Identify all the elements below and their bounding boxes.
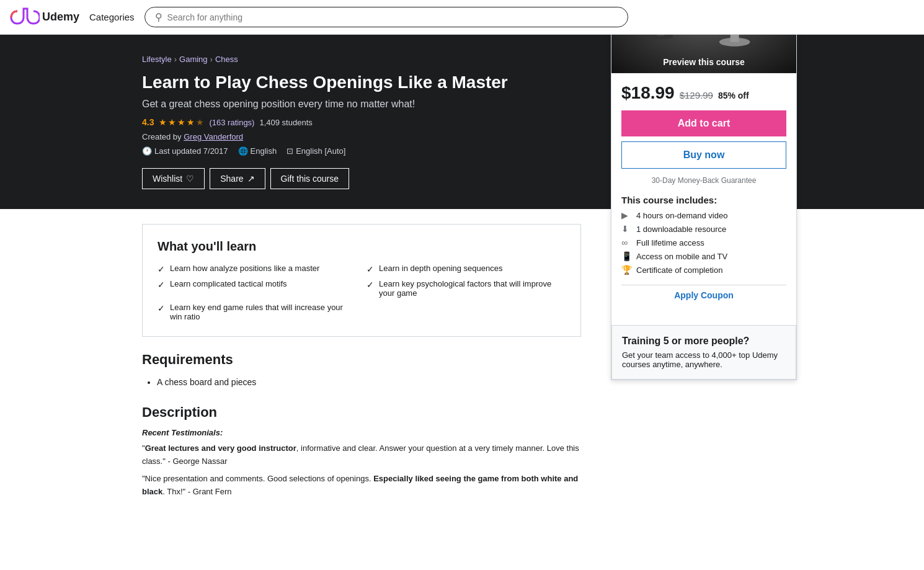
search-icon: ⚲ xyxy=(155,11,162,23)
price-row: $18.99 $129.99 85% off xyxy=(621,83,786,103)
navbar: Udemy Categories ⚲ xyxy=(0,0,924,35)
logo-text: Udemy xyxy=(42,11,79,24)
rating-row: 4.3 ★ ★ ★ ★ ★ (163 ratings) 1,409 studen… xyxy=(142,117,586,127)
certificate-icon: 🏆 xyxy=(621,265,631,275)
testimonial-1-bold: Great lectures and very good instructor xyxy=(145,443,296,453)
udemy-logo[interactable]: Udemy xyxy=(10,7,79,27)
learn-title: What you'll learn xyxy=(158,239,566,254)
check-icon-5: ✓ xyxy=(366,280,374,290)
star-4: ★ xyxy=(187,117,195,127)
breadcrumb-sep-2: › xyxy=(210,55,213,64)
check-icon-4: ✓ xyxy=(366,264,374,274)
preview-label: Preview this course xyxy=(663,57,745,67)
apply-coupon-button[interactable]: Apply Coupon xyxy=(621,285,786,305)
training-box: Training 5 or more people? Get your team… xyxy=(611,325,796,380)
check-icon-3: ✓ xyxy=(158,303,165,313)
learn-grid: ✓ Learn how analyze positions like a mas… xyxy=(158,264,566,321)
training-title: Training 5 or more people? xyxy=(622,336,786,347)
cc-icon: ⊡ xyxy=(287,146,293,156)
buy-now-button[interactable]: Buy now xyxy=(621,141,786,169)
search-bar: ⚲ xyxy=(144,7,628,27)
star-5-half: ★ xyxy=(196,117,204,127)
star-1: ★ xyxy=(159,117,167,127)
requirement-item-1: A chess board and pieces xyxy=(157,375,581,389)
discount-badge: 85% off xyxy=(718,91,749,100)
search-input[interactable] xyxy=(167,12,618,22)
action-buttons: Wishlist ♡ Share ↗ Gift this course xyxy=(142,168,586,189)
learn-item-5: ✓ Learn key psychological factors that w… xyxy=(366,279,566,298)
course-includes: This course includes: ▶ 4 hours on-deman… xyxy=(621,195,786,275)
testimonial-2: "Nice presentation and comments. Good se… xyxy=(142,473,581,499)
includes-mobile: 📱 Access on mobile and TV xyxy=(621,251,786,261)
student-count: 1,409 students xyxy=(259,118,312,127)
includes-download: ⬇ 1 downloadable resource xyxy=(621,224,786,234)
created-by: Created by Greg Vanderford xyxy=(142,132,586,141)
share-button[interactable]: Share ↗ xyxy=(210,168,265,189)
includes-lifetime: ∞ Full lifetime access xyxy=(621,238,786,247)
learn-box: What you'll learn ✓ Learn how analyze po… xyxy=(142,224,581,337)
testimonial-1: "Great lectures and very good instructor… xyxy=(142,442,581,468)
meta-row: 🕐 Last updated 7/2017 🌐 English ⊡ Englis… xyxy=(142,146,586,156)
breadcrumb: Lifestyle › Gaming › Chess xyxy=(142,55,586,64)
wishlist-label: Wishlist xyxy=(153,174,182,184)
check-icon-2: ✓ xyxy=(158,280,165,290)
stars: ★ ★ ★ ★ ★ xyxy=(159,117,204,127)
mobile-icon: 📱 xyxy=(621,251,631,261)
star-2: ★ xyxy=(168,117,176,127)
testimonial-2-bold: Especially liked seeing the game from bo… xyxy=(142,474,578,496)
learn-item-1: ✓ Learn how analyze positions like a mas… xyxy=(158,264,357,274)
includes-video: ▶ 4 hours on-demand video xyxy=(621,210,786,220)
wishlist-button[interactable]: Wishlist ♡ xyxy=(142,168,205,189)
current-price: $18.99 xyxy=(621,83,675,103)
gift-button[interactable]: Gift this course xyxy=(270,168,349,189)
clock-icon: 🕐 xyxy=(142,146,152,156)
breadcrumb-lifestyle[interactable]: Lifestyle xyxy=(142,55,172,64)
description-section: Description Recent Testimonials: "Great … xyxy=(142,404,581,499)
guarantee-text: 30-Day Money-Back Guarantee xyxy=(621,176,786,185)
requirements-list: A chess board and pieces xyxy=(142,375,581,389)
requirements-title: Requirements xyxy=(142,352,581,368)
check-icon-1: ✓ xyxy=(158,264,165,274)
heart-icon: ♡ xyxy=(186,174,194,184)
learn-item-3: ✓ Learn key end game rules that will inc… xyxy=(158,303,357,321)
course-subtitle: Get a great chess opening position every… xyxy=(142,99,586,110)
language-item: 🌐 English xyxy=(238,146,277,156)
includes-title: This course includes: xyxy=(621,195,786,205)
instructor-link[interactable]: Greg Vanderford xyxy=(184,132,243,141)
includes-list: ▶ 4 hours on-demand video ⬇ 1 downloadab… xyxy=(621,210,786,275)
rating-number: 4.3 xyxy=(142,117,154,127)
training-description: Get your team access to 4,000+ top Udemy… xyxy=(622,350,786,369)
requirements-section: Requirements A chess board and pieces xyxy=(142,352,581,389)
course-title: Learn to Play Chess Openings Like a Mast… xyxy=(142,71,586,94)
categories-link[interactable]: Categories xyxy=(89,12,135,22)
sidebar-body: $18.99 $129.99 85% off Add to cart Buy n… xyxy=(611,73,796,315)
description-title: Description xyxy=(142,404,581,421)
add-to-cart-button[interactable]: Add to cart xyxy=(621,110,786,136)
original-price: $129.99 xyxy=(680,90,713,100)
share-icon: ↗ xyxy=(247,174,255,184)
includes-certificate: 🏆 Certificate of completion xyxy=(621,265,786,275)
video-icon: ▶ xyxy=(621,210,631,220)
learn-item-2: ✓ Learn complicated tactical motifs xyxy=(158,279,357,298)
captions-item: ⊡ English [Auto] xyxy=(287,146,345,156)
globe-icon: 🌐 xyxy=(238,146,248,156)
created-by-prefix: Created by xyxy=(142,132,182,141)
share-label: Share xyxy=(220,174,243,184)
download-icon: ⬇ xyxy=(621,224,631,234)
learn-item-4: ✓ Learn in depth opening sequences xyxy=(366,264,566,274)
star-3: ★ xyxy=(177,117,185,127)
rating-count: (163 ratings) xyxy=(209,118,254,127)
breadcrumb-gaming[interactable]: Gaming xyxy=(179,55,208,64)
last-updated: 🕐 Last updated 7/2017 xyxy=(142,146,228,156)
infinity-icon: ∞ xyxy=(621,238,631,247)
testimonial-label: Recent Testimonials: xyxy=(142,428,581,437)
breadcrumb-sep-1: › xyxy=(174,55,177,64)
sidebar-card: Preview this course $18.99 $129.99 85% o… xyxy=(611,0,797,380)
main-layout: Preview this course $18.99 $129.99 85% o… xyxy=(127,209,797,499)
breadcrumb-chess[interactable]: Chess xyxy=(215,55,238,64)
